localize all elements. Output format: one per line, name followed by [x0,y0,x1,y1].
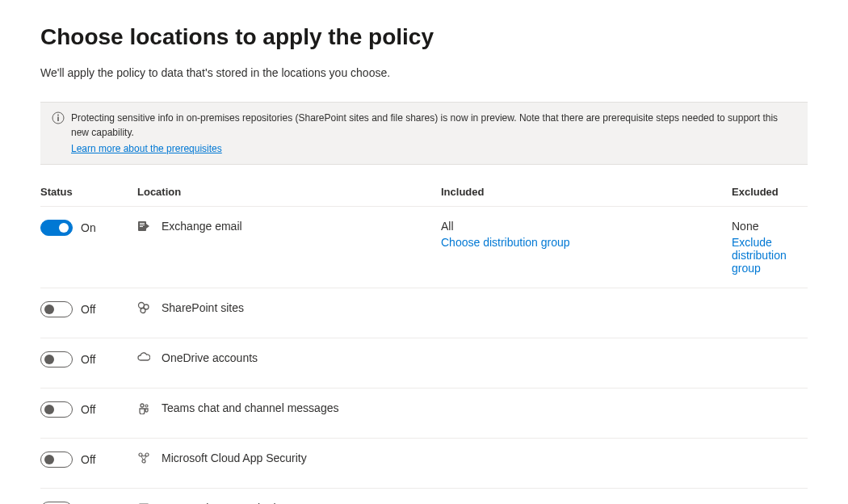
excluded-value: None [732,220,808,233]
location-name: Teams chat and channel messages [162,401,338,414]
included-action-link[interactable]: Choose distribution group [441,236,570,249]
status-toggle[interactable] [40,301,73,317]
table-row: OnExchange emailAllChoose distribution g… [40,206,808,288]
header-excluded: Excluded [732,186,808,198]
toggle-label: Off [81,403,95,416]
svg-point-10 [141,404,144,407]
teams-icon [137,401,150,414]
status-toggle[interactable] [40,452,73,468]
included-value: All [441,220,732,233]
location-name: Exchange email [162,220,242,233]
svg-rect-4 [140,223,145,224]
page-title: Choose locations to apply the policy [40,24,808,50]
svg-point-11 [145,405,148,407]
status-toggle[interactable] [40,220,73,236]
table-row: OffSharePoint sites [40,288,808,338]
table-header: Status Location Included Excluded [40,179,808,206]
table-row: OffTeams chat and channel messages [40,388,808,438]
table-row: OffOneDrive accounts [40,338,808,388]
svg-rect-5 [140,225,145,225]
svg-point-9 [141,309,145,313]
svg-rect-2 [57,117,59,122]
exchange-icon [137,220,150,233]
location-name: SharePoint sites [162,301,244,314]
info-bar: Protecting sensitive info in on-premises… [40,102,808,165]
location-name: OneDrive accounts [162,351,258,364]
mcas-icon [137,452,150,464]
svg-point-12 [139,453,142,456]
info-icon [52,111,65,124]
header-status: Status [40,186,137,198]
locations-table: Status Location Included Excluded OnExch… [40,179,808,504]
header-included: Included [441,186,732,198]
toggle-label: On [81,221,96,234]
svg-rect-6 [140,226,143,227]
sharepoint-icon [137,301,150,314]
toggle-label: Off [81,353,95,366]
excluded-action-link[interactable]: Exclude distribution group [732,236,808,275]
page-subtitle: We'll apply the policy to data that's st… [40,66,808,79]
onedrive-icon [137,351,150,364]
table-row: OffOn-premises repositories [40,488,808,504]
svg-point-14 [142,460,145,463]
svg-point-1 [57,115,59,116]
toggle-label: Off [81,303,95,316]
location-name: Microsoft Cloud App Security [162,452,307,464]
status-toggle[interactable] [40,351,73,368]
toggle-label: Off [81,453,95,466]
info-text: Protecting sensitive info in on-premises… [71,112,778,138]
info-link[interactable]: Learn more about the prerequisites [71,141,222,156]
table-row: OffMicrosoft Cloud App Security [40,438,808,488]
status-toggle[interactable] [40,401,73,418]
svg-point-13 [145,453,149,456]
header-location: Location [137,186,441,198]
